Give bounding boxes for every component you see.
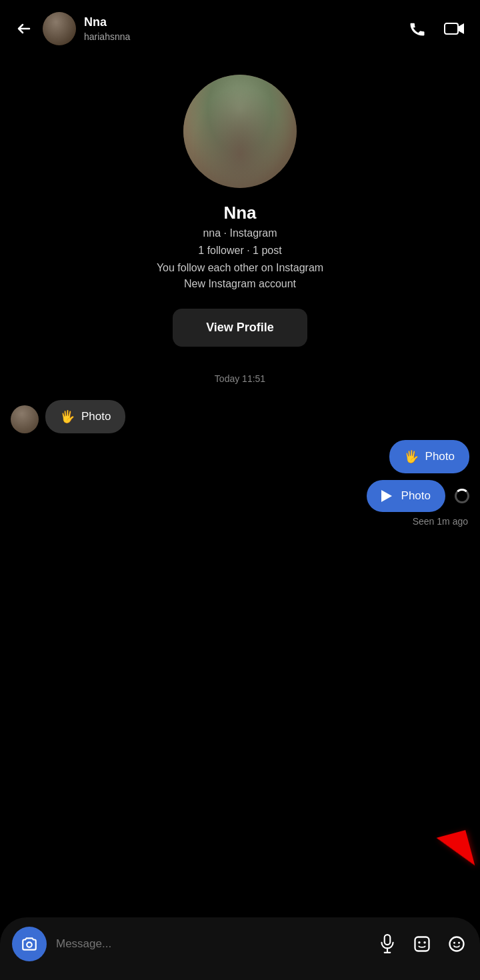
header-info: Nna hariahsnna: [84, 15, 405, 42]
camera-button[interactable]: [12, 927, 47, 961]
list-item: 🖐 Photo: [389, 440, 469, 473]
profile-avatar[interactable]: [183, 75, 297, 188]
view-profile-button[interactable]: View Profile: [173, 309, 307, 347]
bubble-label: Photo: [425, 450, 455, 463]
header-name: Nna: [84, 15, 405, 30]
table-row: Photo: [11, 480, 469, 512]
profile-mutual: You follow each other on Instagram: [157, 262, 323, 274]
emoji-icon[interactable]: [445, 933, 468, 955]
profile-name: Nna: [223, 203, 256, 223]
photo-icon: 🖐: [60, 409, 75, 424]
sticker-icon[interactable]: [411, 933, 433, 955]
profile-handle: nna · Instagram: [203, 227, 277, 239]
bubble-label: Photo: [401, 489, 431, 503]
messages-list: 🖐 Photo 🖐 Photo Photo: [0, 400, 480, 512]
profile-stats: 1 follower · 1 post: [198, 245, 281, 257]
phone-icon[interactable]: [405, 17, 429, 41]
play-icon: [381, 490, 395, 502]
list-item: Photo: [367, 480, 445, 512]
svg-rect-5: [415, 937, 429, 951]
back-button[interactable]: [11, 15, 37, 42]
svg-rect-2: [385, 935, 391, 945]
message-input[interactable]: [56, 937, 367, 951]
red-arrow-icon: [437, 830, 475, 873]
table-row: 🖐 Photo: [11, 400, 469, 433]
chat-timestamp: Today 11:51: [0, 373, 480, 384]
bubble-label: Photo: [81, 410, 111, 423]
annotation-arrow: [441, 833, 471, 870]
bottom-bar: [0, 917, 480, 980]
header-avatar[interactable]: [43, 12, 76, 45]
loading-spinner: [455, 489, 469, 503]
svg-point-10: [458, 942, 460, 944]
svg-rect-0: [445, 23, 458, 34]
microphone-icon[interactable]: [376, 933, 399, 955]
svg-point-7: [423, 941, 426, 944]
svg-point-8: [450, 937, 464, 951]
photo-icon: 🖐: [404, 449, 419, 464]
chat-area: Today 11:51 🖐 Photo 🖐 Photo Photo: [0, 373, 480, 533]
header-actions: [405, 17, 467, 41]
header-username: hariahsnna: [84, 31, 405, 42]
svg-point-6: [418, 941, 421, 944]
seen-status: Seen 1m ago: [0, 516, 480, 527]
header: Nna hariahsnna: [0, 0, 480, 55]
svg-point-9: [453, 942, 455, 944]
avatar: [11, 405, 39, 433]
bottom-actions: [376, 933, 468, 955]
video-icon[interactable]: [443, 17, 467, 41]
svg-point-1: [27, 942, 32, 947]
table-row: 🖐 Photo: [11, 440, 469, 473]
list-item: 🖐 Photo: [45, 400, 125, 433]
profile-new-account: New Instagram account: [184, 278, 296, 290]
profile-section: Nna nna · Instagram 1 follower · 1 post …: [0, 55, 480, 360]
